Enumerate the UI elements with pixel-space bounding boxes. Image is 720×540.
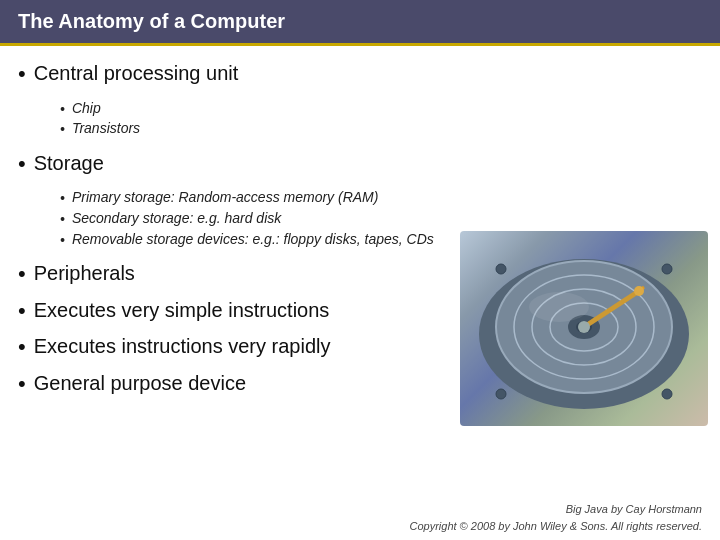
sub-text-transistors: Transistors (72, 119, 140, 139)
bullet-cpu: • Central processing unit (18, 60, 702, 89)
sub-bullet-chip: • Chip (60, 99, 702, 120)
svg-point-15 (662, 389, 672, 399)
bullet-dot-general: • (18, 370, 26, 399)
sub-bullet-secondary: • Secondary storage: e.g. hard disk (60, 209, 702, 230)
svg-point-10 (634, 286, 644, 296)
svg-point-14 (496, 389, 506, 399)
hdd-image (460, 231, 708, 426)
bullet-dot-rapidly: • (18, 333, 26, 362)
slide-title: The Anatomy of a Computer (18, 10, 285, 32)
slide-footer: Big Java by Cay Horstmann Copyright © 20… (0, 497, 720, 540)
sub-text-secondary: Secondary storage: e.g. hard disk (72, 209, 281, 229)
bullet-dot-cpu: • (18, 60, 26, 89)
sub-text-removable: Removable storage devices: e.g.: floppy … (72, 230, 434, 250)
slide-content: • Central processing unit • Chip • Trans… (0, 46, 720, 497)
sub-bullet-transistors: • Transistors (60, 119, 702, 140)
svg-point-11 (578, 321, 590, 333)
sub-dot-secondary: • (60, 210, 65, 230)
sub-dot-primary: • (60, 189, 65, 209)
sub-bullet-primary: • Primary storage: Random-access memory … (60, 188, 702, 209)
sub-dot-removable: • (60, 231, 65, 251)
slide-header: The Anatomy of a Computer (0, 0, 720, 46)
hdd-svg (469, 239, 699, 419)
svg-point-16 (529, 292, 589, 322)
bullet-text-peripherals: Peripherals (34, 260, 135, 287)
sub-dot-chip: • (60, 100, 65, 120)
footer-line2: Copyright © 2008 by John Wiley & Sons. A… (0, 518, 702, 535)
sub-bullets-cpu: • Chip • Transistors (60, 99, 702, 140)
bullet-text-cpu: Central processing unit (34, 60, 239, 87)
bullet-text-storage: Storage (34, 150, 104, 177)
bullet-text-simple: Executes very simple instructions (34, 297, 330, 324)
bullet-storage: • Storage (18, 150, 702, 179)
footer-line1: Big Java by Cay Horstmann (0, 501, 702, 518)
bullet-dot-simple: • (18, 297, 26, 326)
bullet-dot-peripherals: • (18, 260, 26, 289)
sub-dot-transistors: • (60, 120, 65, 140)
slide: The Anatomy of a Computer • Central proc… (0, 0, 720, 540)
bullet-dot-storage: • (18, 150, 26, 179)
bullet-text-rapidly: Executes instructions very rapidly (34, 333, 331, 360)
sub-text-primary: Primary storage: Random-access memory (R… (72, 188, 379, 208)
svg-point-13 (662, 264, 672, 274)
bullet-text-general: General purpose device (34, 370, 246, 397)
sub-text-chip: Chip (72, 99, 101, 119)
svg-point-12 (496, 264, 506, 274)
